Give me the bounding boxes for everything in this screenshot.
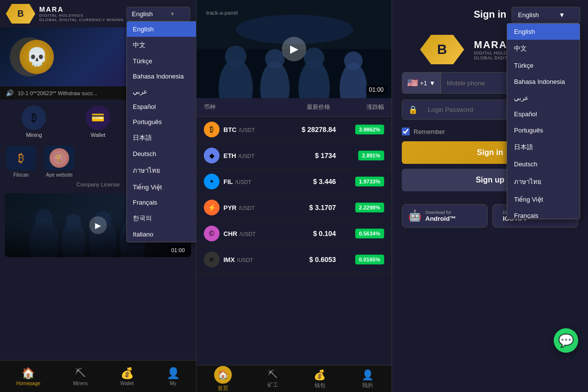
bottom-nav-miners[interactable]: ⛏ Miners bbox=[73, 367, 88, 386]
left-lang-selected: English bbox=[132, 10, 153, 18]
filscan-icon-box: ₿ bbox=[6, 146, 36, 170]
mid-my-label: 我的 bbox=[362, 382, 373, 389]
nav-item-wallet[interactable]: 💳 Wallet bbox=[83, 105, 113, 138]
right-lang-selected: English bbox=[518, 11, 539, 19]
left-lang-item-english[interactable]: English bbox=[127, 22, 196, 37]
table-row[interactable]: © CHR /USDT $ 0.104 0.5634% bbox=[196, 221, 392, 247]
video-play-button-main[interactable]: ▶ bbox=[282, 37, 306, 61]
flag-selector[interactable]: 🇺🇸 +1 ▼ bbox=[402, 73, 441, 93]
link-filscan[interactable]: ₿ Filscan bbox=[4, 146, 38, 178]
right-lang-german[interactable]: Deutsch bbox=[507, 156, 580, 172]
mid-miners-icon: ⛏ bbox=[268, 369, 278, 380]
nav-item-mining[interactable]: ₿ Mining bbox=[19, 105, 49, 138]
mid-nav-homepage[interactable]: 🏠 首页 bbox=[214, 366, 232, 392]
right-lang-vietnamese[interactable]: Tiếng Việt bbox=[507, 191, 580, 208]
fil-icon: ✦ bbox=[204, 174, 220, 189]
mid-nav-my[interactable]: 👤 我的 bbox=[362, 369, 374, 389]
pyr-symbol: PYR bbox=[223, 204, 237, 211]
left-lang-item-italian[interactable]: Italiano bbox=[127, 227, 196, 242]
mid-nav-miners[interactable]: ⛏ 矿工 bbox=[268, 369, 278, 389]
right-lang-english[interactable]: English bbox=[507, 24, 580, 40]
table-header: 币种 最新价格 涨跌幅 bbox=[196, 98, 392, 117]
btc-change-badge: 3.9862% bbox=[355, 125, 384, 134]
video-play-button-small[interactable]: ▶ bbox=[89, 216, 107, 234]
right-panel: Sign in English ▼ English 中文 Türkçe Baha… bbox=[392, 0, 588, 392]
right-logo-icon: B bbox=[420, 35, 464, 64]
left-lang-item-turkish[interactable]: Türkçe bbox=[127, 53, 196, 69]
miners-label: Miners bbox=[73, 381, 88, 386]
bottom-nav-homepage[interactable]: 🏠 Homepage bbox=[16, 367, 40, 386]
left-lang-item-vietnamese[interactable]: Tiếng Việt bbox=[127, 180, 196, 195]
imx-name-col: IMX /USDT bbox=[223, 255, 271, 264]
filscan-icon: ₿ bbox=[18, 151, 24, 165]
left-lang-item-french[interactable]: Français bbox=[127, 195, 196, 210]
right-lang-dropdown: English 中文 Türkçe Bahasa Indonesia عربي … bbox=[507, 23, 580, 219]
left-lang-item-thai[interactable]: ภาษาไทย bbox=[127, 161, 196, 180]
left-lang-item-bahasa[interactable]: Bahasa Indonesia bbox=[127, 69, 196, 84]
eth-pair: /USDT bbox=[238, 153, 254, 159]
middle-panel: track-a-panel ▶ 01:00 币种 最新价格 涨跌幅 ₿ BTC … bbox=[196, 0, 392, 392]
logo-area: B MARA DIGITAL HOLDINGS GLOBAL DIGITAL C… bbox=[6, 4, 124, 24]
mid-nav-wallet[interactable]: 💰 钱包 bbox=[314, 369, 326, 389]
left-lang-item-spanish[interactable]: Español bbox=[127, 99, 196, 114]
left-lang-item-chinese[interactable]: 中文 bbox=[127, 37, 196, 53]
left-lang-selector[interactable]: English ▼ English 中文 Türkçe Bahasa Indon… bbox=[126, 7, 190, 21]
download-android-btn[interactable]: 🤖 Download for Android™ bbox=[402, 204, 488, 228]
whatsapp-fab[interactable]: 💬 bbox=[554, 328, 578, 353]
fil-pair: /USDT bbox=[235, 179, 251, 185]
my-label: My bbox=[170, 381, 176, 386]
right-lang-portuguese[interactable]: Português bbox=[507, 122, 580, 138]
mid-wallet-icon: 💰 bbox=[314, 369, 326, 381]
left-lang-item-japanese[interactable]: 日本語 bbox=[127, 130, 196, 146]
left-lang-item-portuguese[interactable]: Português bbox=[127, 114, 196, 130]
sign-in-title: Sign in bbox=[474, 9, 507, 20]
fil-change: 1.9733% bbox=[336, 177, 384, 186]
homepage-icon: 🏠 bbox=[22, 367, 35, 380]
middle-video[interactable]: track-a-panel ▶ 01:00 bbox=[196, 0, 392, 98]
company-license-text: Company License bbox=[76, 182, 120, 187]
right-lang-selector[interactable]: English ▼ English 中文 Türkçe Bahasa Indon… bbox=[512, 7, 580, 23]
homepage-label: Homepage bbox=[16, 381, 40, 386]
left-lang-item-arabic[interactable]: عربي bbox=[127, 84, 196, 99]
table-row[interactable]: ⚡ PYR /USDT $ 3.1707 2.2298% bbox=[196, 195, 392, 221]
ape-icon: 🐒 bbox=[49, 148, 69, 168]
remember-checkbox[interactable] bbox=[402, 128, 410, 135]
btc-change: 3.9862% bbox=[336, 125, 384, 134]
eth-change-badge: 2.891% bbox=[358, 151, 384, 160]
imx-change: 0.0165% bbox=[336, 255, 384, 264]
left-lang-arrow: ▼ bbox=[170, 11, 175, 17]
eth-price: $ 1734 bbox=[271, 152, 336, 159]
right-lang-french[interactable]: Français bbox=[507, 208, 580, 219]
eth-name-col: ETH /USDT bbox=[223, 151, 271, 160]
link-apewebsite[interactable]: 🐒 Ape website bbox=[42, 146, 76, 178]
right-lang-turkish[interactable]: Türkçe bbox=[507, 57, 580, 74]
right-lang-thai[interactable]: ภาษาไทย bbox=[507, 172, 580, 191]
mid-my-icon: 👤 bbox=[362, 369, 374, 381]
logo-text: MARA DIGITAL HOLDINGS GLOBAL DIGITAL CUR… bbox=[39, 5, 124, 22]
chr-symbol: CHR bbox=[223, 230, 237, 237]
bottom-nav-my[interactable]: 👤 My bbox=[167, 367, 180, 386]
right-lang-japanese[interactable]: 日本語 bbox=[507, 138, 580, 156]
right-lang-arabic[interactable]: عربي bbox=[507, 90, 580, 106]
right-lang-bahasa[interactable]: Bahasa Indonesia bbox=[507, 74, 580, 90]
middle-bottom-nav: 🏠 首页 ⛏ 矿工 💰 钱包 👤 我的 bbox=[196, 365, 392, 392]
left-lang-item-korean[interactable]: 한국의 bbox=[127, 210, 196, 227]
table-row[interactable]: ✕ IMX /USDT $ 0.6053 0.0165% bbox=[196, 247, 392, 273]
right-lang-spanish[interactable]: Español bbox=[507, 106, 580, 122]
table-row[interactable]: ✦ FIL /USDT $ 3.446 1.9733% bbox=[196, 169, 392, 195]
eth-icon: ◆ bbox=[204, 148, 220, 163]
right-lang-chinese[interactable]: 中文 bbox=[507, 40, 580, 57]
left-lang-item-german[interactable]: Deutsch bbox=[127, 146, 196, 161]
table-row[interactable]: ₿ BTC /USDT $ 28278.84 3.9862% bbox=[196, 117, 392, 143]
bottom-nav-wallet[interactable]: 💰 Wallet bbox=[121, 367, 134, 386]
left-lang-button[interactable]: English ▼ bbox=[126, 7, 190, 21]
table-row[interactable]: ◆ ETH /USDT $ 1734 2.891% bbox=[196, 143, 392, 169]
ape-icon-box: 🐒 bbox=[45, 146, 74, 170]
btc-name-col: BTC /USDT bbox=[223, 125, 271, 134]
right-lang-button[interactable]: English ▼ bbox=[512, 7, 580, 23]
crypto-list: ₿ BTC /USDT $ 28278.84 3.9862% ◆ ETH /US… bbox=[196, 117, 392, 365]
left-panel: B MARA DIGITAL HOLDINGS GLOBAL DIGITAL C… bbox=[0, 0, 196, 392]
skull-icon: 💀 bbox=[20, 40, 54, 74]
right-lang-arrow: ▼ bbox=[559, 11, 565, 19]
filscan-label: Filscan bbox=[13, 172, 29, 178]
